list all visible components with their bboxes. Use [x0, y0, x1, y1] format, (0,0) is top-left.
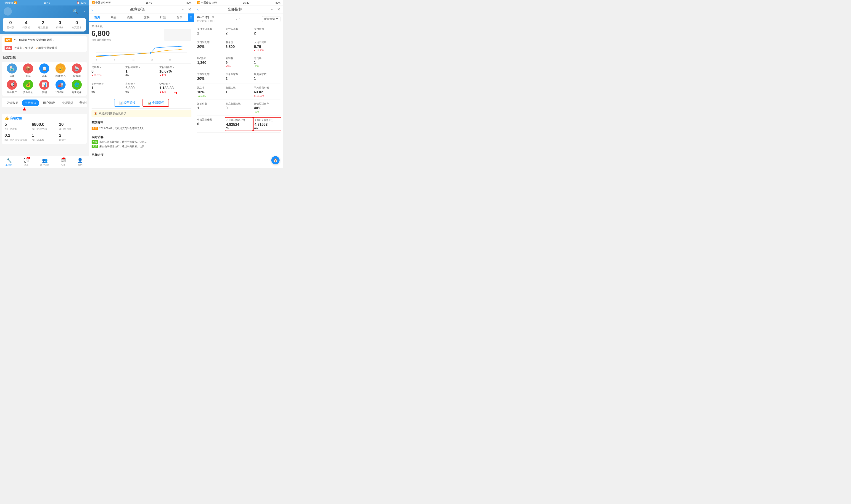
bottom-label-news: 头条	[61, 163, 66, 167]
notice-row-1[interactable]: 违规 店铺有 0 项违规、0 项管控亟待处理	[2, 44, 87, 52]
header-top-1: 🔍 ···	[4, 7, 85, 16]
welcome-banner: 🎉 欢迎来到新版生意参谋	[92, 110, 192, 117]
func-icon-9: 🌐	[72, 80, 82, 90]
bottom-item-messages[interactable]: 💬 45 消息	[23, 158, 29, 167]
search-icon[interactable]: 🔍	[73, 9, 78, 14]
back-button-2[interactable]: ‹	[92, 7, 93, 12]
store-data-3: 0.2 昨日全店成交转化率	[4, 133, 30, 142]
tab2-competition[interactable]: 竞争	[171, 14, 188, 21]
terminal-filter[interactable]: 所有终端 ▼	[262, 16, 281, 22]
func-item-1[interactable]: 📦 商品	[21, 64, 35, 78]
avatar	[4, 7, 12, 16]
svg-text:0: 0	[96, 59, 97, 61]
red-arrow-metrics: ➜	[174, 90, 178, 95]
tab2-home[interactable]: 首页	[89, 14, 105, 21]
battery-1: 82%	[81, 1, 86, 4]
func-label-0: 店铺	[10, 74, 14, 78]
stat-avg-order[interactable]: 客单价 > 6,800 0%	[125, 82, 158, 93]
stat-pay-items[interactable]: 支付件数 > 1 0%	[92, 82, 124, 93]
grid-view-button[interactable]: ⊞	[188, 14, 194, 21]
metric-cell-2-2: 老访客 1 -50%	[254, 57, 281, 68]
close-button-2[interactable]: ✕	[188, 7, 191, 12]
func-icon-3: 👑	[55, 64, 66, 73]
order-stat-0[interactable]: 0 待付款	[7, 20, 14, 29]
realtime-tag-0: 无线	[92, 140, 98, 144]
svg-point-8	[150, 52, 152, 54]
metric-cell-6-0: 申请退款金额 0	[197, 118, 224, 130]
bottom-label-workbench: 工作台	[5, 163, 12, 167]
prev-date-button[interactable]: ‹	[236, 17, 237, 21]
mine-icon: 👤	[77, 158, 83, 163]
more-icon[interactable]: ···	[82, 9, 85, 14]
metric-cell-2-1: 新访客 9 +50%	[226, 57, 252, 68]
bottom-item-user-ops[interactable]: 👥 用户运营	[40, 158, 49, 167]
stat-pay-buyers[interactable]: 支付买家数 > 1 0%	[125, 66, 158, 76]
order-num-0: 0	[7, 20, 14, 25]
func-item-3[interactable]: 👑 权益中心	[53, 64, 68, 78]
tab2-transactions[interactable]: 交易	[138, 14, 155, 21]
anomaly-text-0: 2019-09-01，无线端支付转化率最近7天...	[99, 127, 146, 130]
notice-text-1: 店铺有 0 项违规、0 项管控亟待处理	[14, 46, 57, 50]
panel3-title: 全部指标	[201, 7, 269, 12]
bottom-item-news[interactable]: 📰 头条	[60, 158, 66, 167]
pay-amount-value: 6,800	[92, 29, 111, 38]
tab2-traffic[interactable]: 流量	[122, 14, 138, 21]
nav-tab-store-data[interactable]: 店铺数据	[4, 100, 21, 106]
func-item-7[interactable]: 📊 营销	[37, 80, 51, 94]
tab2-products[interactable]: 商品	[105, 14, 122, 21]
date-filter[interactable]: 09-01昨日 ▼	[197, 15, 215, 19]
func-label-3: 权益中心	[55, 74, 66, 78]
stat-visitors[interactable]: 访客数 > 6 ▼28.57%	[92, 66, 124, 76]
metric-cell-1-1: 客单价 6,800	[226, 41, 252, 52]
carrier-1: 中国移动	[3, 1, 13, 4]
notice-row-0[interactable]: 公告 小二解读知产侵权投诉如何处理？	[2, 36, 87, 44]
realtime-section: 实时访客 无线 来自江西省赣州市，通过手淘搜索、访问... 无线 来自山东省潍坊…	[92, 133, 192, 151]
order-label-2: 退款售后	[38, 26, 48, 29]
home-button[interactable]: 🏠	[271, 156, 280, 164]
data-anomaly-section: 数据异常 全店 2019-09-01，无线端支付转化率最近7天...	[92, 119, 192, 133]
func-item-0[interactable]: 🏪 店铺	[4, 64, 19, 78]
order-stat-3[interactable]: 0 待评价	[56, 20, 64, 29]
order-stat-2[interactable]: 2 退款售后	[38, 20, 48, 29]
func-item-4[interactable]: 📡 发微淘	[69, 64, 84, 78]
summary-label: 经营简报	[124, 101, 136, 105]
battery-2: 82%	[187, 1, 191, 4]
metric-cell-4-2: 平均停留时长 63.02 +118.59%	[254, 86, 281, 97]
all-metrics-button[interactable]: 📊 全部指标	[143, 99, 169, 107]
panel-all-metrics: 📶 中国移动 WiFi 15:40 82% ‹ 全部指标 ··· ✕ 09-01…	[194, 0, 283, 168]
order-stat-1[interactable]: 4 待发货	[22, 20, 30, 29]
wifi-2: WiFi	[106, 1, 111, 4]
notice-text-0: 小二解读知产侵权投诉如何处理？	[14, 38, 55, 42]
close-button-3[interactable]: ✕	[277, 7, 281, 12]
more-button-2[interactable]: ···	[182, 8, 186, 11]
bottom-item-mine[interactable]: 👤 我的	[77, 158, 83, 167]
welcome-icon: 🎉	[94, 112, 97, 115]
summary-report-button[interactable]: 📊 经营简报	[114, 99, 140, 107]
store-data-5: 2 退款中	[59, 133, 84, 142]
bottom-item-workbench[interactable]: 🔧 工作台	[5, 158, 12, 167]
nav-tab-find-goods[interactable]: 找货进货	[58, 100, 76, 106]
metric-cell-4-1: 收藏人数 1	[226, 86, 252, 97]
tab2-industry[interactable]: 行业	[155, 14, 171, 21]
order-stat-4[interactable]: 0 物流异常	[72, 20, 82, 29]
store-data-4: 1 今日订单数	[32, 133, 57, 142]
more-button-3[interactable]: ···	[271, 8, 275, 11]
carrier-wifi-2: 📶 中国移动 WiFi	[92, 1, 111, 4]
func-item-9[interactable]: 🌐 阿里万象	[69, 80, 84, 94]
next-date-button[interactable]: ›	[240, 17, 241, 21]
store-data-0: 5 今日总访客	[4, 122, 30, 131]
red-arrow-tab: ▲	[22, 106, 27, 112]
func-item-2[interactable]: 📋 订单	[37, 64, 51, 78]
func-label-2: 订单	[42, 74, 47, 78]
pay-amount-label: 支付金额	[92, 24, 192, 28]
func-item-8[interactable]: 🏭 1688淘...	[53, 80, 68, 94]
metric-cell-5-1: 商品收藏次数 0	[226, 102, 252, 113]
nav-tab-marketing[interactable]: 营销中心	[77, 100, 87, 106]
target-title: 目标进度	[92, 153, 192, 157]
stat-pay-rate[interactable]: 支付转化率 > 16.67% ▲40%	[159, 66, 192, 76]
nav-tab-user-ops[interactable]: 用户运营	[40, 100, 57, 106]
func-item-5[interactable]: 📢 淘外推广	[4, 80, 19, 94]
func-item-6[interactable]: 💰 资金中心	[21, 80, 35, 94]
back-button-3[interactable]: ‹	[197, 7, 198, 12]
blurred-value	[164, 29, 191, 41]
